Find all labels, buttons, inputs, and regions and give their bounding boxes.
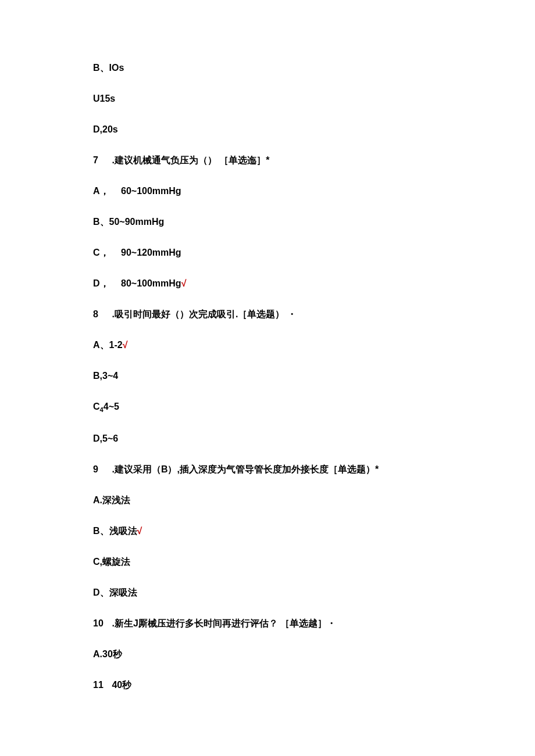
- text: A.30秒: [93, 649, 122, 659]
- option-prefix: D，: [93, 278, 109, 288]
- option-value: 4~5: [104, 402, 119, 411]
- checkmark-icon: √: [137, 526, 142, 536]
- text: B、50~90mmHg: [93, 217, 164, 227]
- option-value: 80~100mmHg: [121, 278, 181, 288]
- q8-question: 8 .吸引时间最好（）次完成吸引.［单选题） ・: [93, 307, 442, 321]
- q7-option-a: A， 60~100mmHg: [93, 184, 442, 198]
- q7-option-b: B、50~90mmHg: [93, 215, 442, 229]
- option-value: 90~120mmHg: [121, 248, 181, 257]
- q7-option-d: D， 80~100mmHg√: [93, 277, 442, 291]
- q9-option-a: A.深浅法: [93, 493, 442, 507]
- q6-option-d: D,20s: [93, 123, 442, 137]
- text: U15s: [93, 94, 115, 103]
- question-text: .吸引时间最好（）次完成吸引.［单选题） ・: [112, 309, 296, 319]
- q8-option-b: B,3~4: [93, 369, 442, 383]
- text: A、1-2: [93, 340, 123, 350]
- text: D、深吸法: [93, 587, 137, 597]
- q6-option-b: B、IOs: [93, 61, 442, 75]
- q8-option-d: D,5~6: [93, 432, 442, 446]
- option-value: 60~100mmHg: [121, 186, 181, 196]
- text: B,3~4: [93, 371, 118, 381]
- text: D,5~6: [93, 433, 118, 443]
- text: B、浅吸法: [93, 526, 137, 536]
- question-number: 8: [93, 307, 107, 321]
- question-text: .新生J厮械压进行多长时间再进行评估？ ［单选越］・: [112, 618, 336, 628]
- q10-option-a: A.30秒: [93, 647, 442, 661]
- question-text: .建议机械通气负压为（） ［单选迤］*: [112, 155, 269, 165]
- question-number: 10: [93, 617, 107, 630]
- text: D,20s: [93, 124, 118, 134]
- checkmark-icon: √: [181, 278, 187, 288]
- q9-question: 9 .建议采用（B）,插入深度为气管导管长度加外接长度［单选题）*: [93, 463, 442, 476]
- q9-option-d: D、深吸法: [93, 586, 442, 600]
- text: C,螺旋法: [93, 557, 130, 567]
- option-prefix: C: [93, 402, 100, 411]
- option-prefix: A，: [93, 186, 109, 196]
- q8-option-c: C44~5: [93, 400, 442, 415]
- q7-option-c: C， 90~120mmHg: [93, 246, 442, 260]
- text: B、IOs: [93, 63, 124, 73]
- q7-question: 7 .建议机械通气负压为（） ［单选迤］*: [93, 153, 442, 167]
- question-text: .建议采用（B）,插入深度为气管导管长度加外接长度［单选题）*: [112, 464, 379, 474]
- question-number: 9: [93, 463, 107, 476]
- option-prefix: C，: [93, 248, 109, 257]
- checkmark-icon: √: [123, 340, 128, 350]
- q10-option-b: 11 40秒: [93, 678, 442, 692]
- option-prefix: 11: [93, 678, 107, 692]
- q9-option-b: B、浅吸法√: [93, 524, 442, 538]
- question-number: 7: [93, 153, 107, 167]
- q6-option-c: U15s: [93, 92, 442, 106]
- q9-option-c: C,螺旋法: [93, 555, 442, 569]
- q10-question: 10 .新生J厮械压进行多长时间再进行评估？ ［单选越］・: [93, 617, 442, 630]
- option-value: 40秒: [112, 680, 131, 690]
- q8-option-a: A、1-2√: [93, 338, 442, 352]
- text: A.深浅法: [93, 495, 130, 505]
